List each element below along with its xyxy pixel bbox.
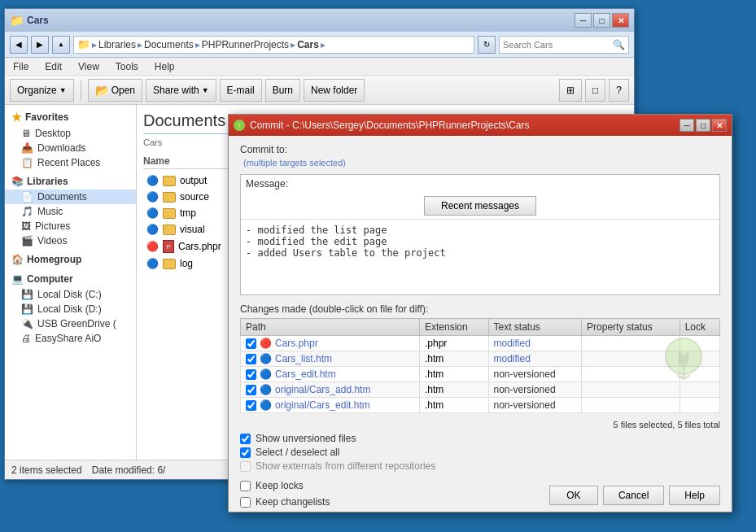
file-icon-htm3: 🔵 (260, 384, 272, 395)
file-link-3[interactable]: Cars_edit.htm (275, 368, 336, 380)
address-path[interactable]: 📁 ▸ Libraries ▸ Documents ▸ PHPRunnerPro… (73, 36, 474, 54)
file-link-5[interactable]: original/Cars_edit.htm (275, 399, 370, 411)
keep-options: Keep locks Keep changelists (240, 480, 330, 510)
sidebar-item-pictures[interactable]: 🖼 Pictures (5, 219, 136, 233)
sidebar-item-local-d[interactable]: 💾 Local Disk (D:) (5, 302, 136, 316)
usb-icon: 🔌 (21, 318, 33, 329)
libraries-header[interactable]: 📚 Libraries (5, 173, 136, 190)
dialog-close-btn[interactable]: ✕ (712, 119, 727, 132)
refresh-button[interactable]: ↻ (478, 36, 496, 54)
file-checkbox-2[interactable] (246, 354, 256, 364)
sidebar-item-usb[interactable]: 🔌 USB GreenDrive ( (5, 316, 136, 331)
menu-edit[interactable]: Edit (42, 59, 65, 74)
keep-locks-checkbox[interactable] (240, 481, 251, 491)
menu-tools[interactable]: Tools (112, 59, 142, 74)
cancel-button[interactable]: Cancel (603, 486, 664, 505)
sidebar: ★ Favorites 🖥 Desktop 📥 Downloads 📋 Rece… (5, 105, 137, 479)
file-path-cell: 🔵 original/Cars_edit.htm (241, 398, 420, 413)
show-externals-checkbox[interactable] (240, 461, 251, 472)
toolbar-separator (81, 81, 81, 100)
title-bar-buttons: ─ □ ✕ (575, 13, 629, 28)
title-bar-left: 📁 Cars (10, 14, 49, 27)
library-icon: 📚 (11, 176, 24, 187)
help-button[interactable]: ? (609, 79, 629, 102)
menu-view[interactable]: View (75, 59, 103, 74)
sidebar-item-recent[interactable]: 📋 Recent Places (5, 155, 136, 170)
up-button[interactable]: ▲ (52, 36, 70, 54)
show-unversioned-checkbox[interactable] (240, 434, 251, 444)
sidebar-item-local-c[interactable]: 💾 Local Disk (C:) (5, 287, 136, 302)
menu-bar: File Edit View Tools Help (5, 58, 634, 76)
organize-button[interactable]: Organize ▼ (10, 79, 74, 102)
commit-dialog: ↑ Commit - C:\Users\Sergey\Documents\PHP… (228, 114, 732, 512)
new-folder-button[interactable]: New folder (304, 79, 365, 102)
col-text-status[interactable]: Text status (488, 319, 582, 336)
forward-button[interactable]: ▶ (31, 36, 49, 54)
close-button[interactable]: ✕ (612, 13, 629, 28)
maximize-button[interactable]: □ (593, 13, 610, 28)
path-phprunner[interactable]: PHPRunnerProjects (202, 39, 289, 50)
search-box[interactable]: 🔍 (499, 36, 629, 54)
email-button[interactable]: E-mail (220, 79, 262, 102)
share-with-button[interactable]: Share with ▼ (146, 79, 216, 102)
back-button[interactable]: ◀ (10, 36, 28, 54)
file-path-cell: 🔵 original/Cars_add.htm (241, 382, 420, 398)
ok-button[interactable]: OK (549, 486, 598, 505)
folder-icon (163, 192, 176, 203)
file-link-4[interactable]: original/Cars_add.htm (275, 384, 370, 395)
col-path[interactable]: Path (241, 319, 420, 336)
file-path-cell: 🔴 Cars.phpr (241, 336, 420, 351)
file-checkbox-5[interactable] (246, 400, 256, 411)
path-documents[interactable]: Documents (144, 39, 194, 50)
burn-button[interactable]: Burn (265, 79, 300, 102)
computer-header[interactable]: 💻 Computer (5, 271, 136, 287)
open-button[interactable]: 📂 Open (88, 79, 142, 102)
col-extension[interactable]: Extension (420, 319, 489, 336)
path-cars[interactable]: Cars (297, 39, 319, 50)
desktop-icon: 🖥 (21, 128, 31, 139)
keep-changelists-checkbox[interactable] (240, 497, 251, 508)
sidebar-item-easyshare[interactable]: 🖨 EasyShare AiO (5, 331, 136, 346)
dialog-title-bar: ↑ Commit - C:\Users\Sergey\Documents\PHP… (229, 115, 732, 136)
search-input[interactable] (503, 40, 613, 50)
file-link-1[interactable]: Cars.phpr (275, 338, 318, 349)
file-ext-5: .htm (420, 398, 489, 413)
file-prop-5 (582, 398, 680, 413)
sidebar-item-downloads[interactable]: 📥 Downloads (5, 141, 136, 155)
view-toggle-button[interactable]: ⊞ (559, 79, 582, 102)
view-toggle2-button[interactable]: □ (585, 79, 605, 102)
col-prop-status[interactable]: Property status (582, 319, 680, 336)
folder-icon (163, 176, 176, 186)
select-deselect-checkbox[interactable] (240, 447, 251, 458)
menu-help[interactable]: Help (151, 59, 178, 74)
homegroup-header[interactable]: 🏠 Homegroup (5, 251, 136, 268)
menu-file[interactable]: File (10, 59, 32, 74)
help-button[interactable]: Help (669, 486, 720, 505)
file-checkbox-4[interactable] (246, 385, 256, 395)
keep-changelists-row: Keep changelists (240, 496, 330, 508)
file-icon-htm4: 🔵 (260, 399, 272, 411)
file-checkbox-3[interactable] (246, 369, 256, 380)
sidebar-item-desktop[interactable]: 🖥 Desktop (5, 126, 136, 141)
recent-messages-button[interactable]: Recent messages (424, 196, 536, 216)
recent-icon: 📋 (21, 157, 33, 168)
favorites-header[interactable]: ★ Favorites (5, 108, 136, 126)
show-unversioned-label: Show unversioned files (256, 433, 356, 444)
sidebar-item-music[interactable]: 🎵 Music (5, 204, 136, 219)
minimize-button[interactable]: ─ (575, 13, 592, 28)
svn-watermark (659, 334, 708, 386)
file-link-2[interactable]: Cars_list.htm (275, 353, 332, 364)
dialog-maximize-btn[interactable]: □ (696, 119, 710, 132)
sidebar-item-documents[interactable]: 📄 Documents (5, 190, 136, 204)
file-checkbox-1[interactable] (246, 338, 256, 349)
dropdown-icon: ▼ (59, 86, 67, 94)
dialog-content: Commit to: (multiple targets selected) M… (229, 136, 732, 518)
dialog-minimize-btn[interactable]: ─ (680, 119, 694, 132)
toolbar: Organize ▼ 📂 Open Share with ▼ E-mail Bu… (5, 76, 634, 105)
file-path-cell: 🔵 Cars_list.htm (241, 351, 420, 367)
col-lock[interactable]: Lock (680, 319, 719, 336)
message-textarea[interactable]: - modified the list page - modified the … (241, 219, 719, 292)
path-libraries[interactable]: Libraries (98, 39, 136, 50)
sidebar-item-videos[interactable]: 🎬 Videos (5, 233, 136, 248)
file-icon: 🔵 (146, 175, 159, 186)
